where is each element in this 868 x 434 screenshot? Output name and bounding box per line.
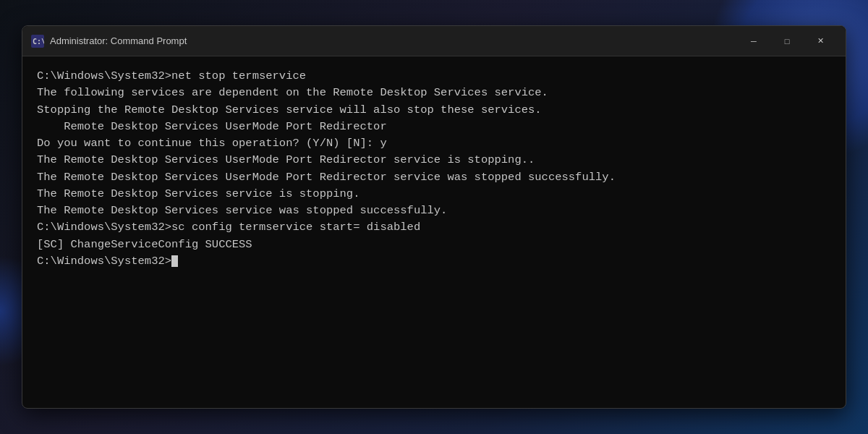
title-bar: C:\ Administrator: Command Prompt ─ □ ✕ <box>22 26 846 56</box>
terminal-line: The Remote Desktop Services service is s… <box>37 186 831 203</box>
command-prompt-window: C:\ Administrator: Command Prompt ─ □ ✕ … <box>22 25 846 409</box>
window-title: Administrator: Command Prompt <box>50 35 731 46</box>
terminal-line: C:\Windows\System32>net stop termservice <box>37 68 831 85</box>
desktop-background: C:\ Administrator: Command Prompt ─ □ ✕ … <box>0 0 868 434</box>
terminal-line: Stopping the Remote Desktop Services ser… <box>37 102 831 119</box>
terminal-output[interactable]: C:\Windows\System32>net stop termservice… <box>22 56 846 408</box>
terminal-line: C:\Windows\System32>sc config termservic… <box>37 219 831 236</box>
close-button[interactable]: ✕ <box>804 30 837 52</box>
terminal-line: Do you want to continue this operation? … <box>37 135 831 152</box>
cmd-icon: C:\ <box>31 35 44 48</box>
maximize-button[interactable]: □ <box>770 30 804 52</box>
svg-text:C:\: C:\ <box>33 38 44 46</box>
terminal-line: [SC] ChangeServiceConfig SUCCESS <box>37 237 831 253</box>
terminal-line: The Remote Desktop Services UserMode Por… <box>37 152 831 169</box>
terminal-line: Remote Desktop Services UserMode Port Re… <box>37 119 831 135</box>
terminal-line: The Remote Desktop Services service was … <box>37 203 831 219</box>
terminal-line: C:\Windows\System32> <box>37 253 831 270</box>
terminal-cursor <box>171 255 178 267</box>
terminal-line: The Remote Desktop Services UserMode Por… <box>37 169 831 186</box>
terminal-line: The following services are dependent on … <box>37 85 831 101</box>
minimize-button[interactable]: ─ <box>737 30 770 52</box>
window-controls: ─ □ ✕ <box>737 30 837 52</box>
